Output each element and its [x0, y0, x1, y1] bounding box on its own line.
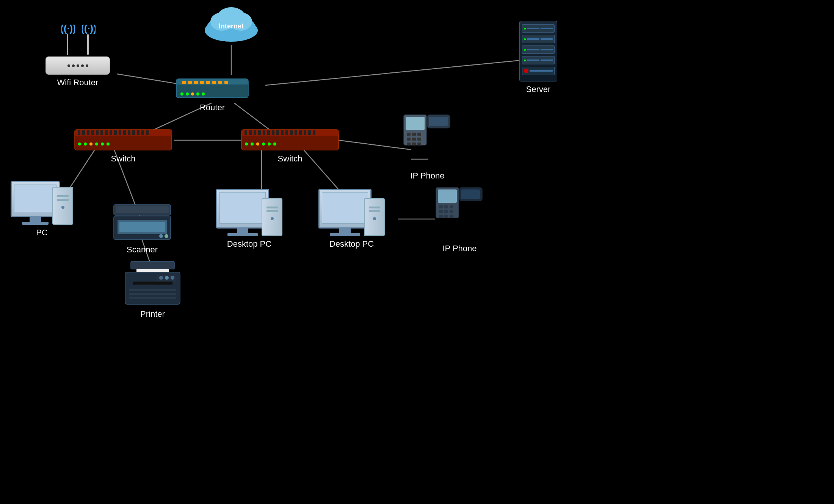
internet-cloud-icon: Internet — [201, 6, 262, 44]
svg-rect-71 — [272, 130, 274, 135]
wifi-router-node: ((·)) ((·)) Wifi Router — [45, 34, 110, 88]
router-node: Router — [174, 75, 250, 113]
svg-rect-93 — [412, 138, 416, 141]
server-bar-5 — [527, 49, 539, 50]
switch1-icon — [74, 129, 172, 151]
svg-rect-69 — [263, 130, 265, 135]
svg-rect-41 — [78, 130, 80, 135]
svg-point-84 — [262, 142, 265, 146]
antenna-left: ((·)) — [67, 34, 68, 55]
svg-point-106 — [165, 234, 168, 238]
server-unit-3 — [522, 45, 555, 54]
svg-rect-119 — [461, 189, 480, 199]
desktop-pc1-slot-1 — [267, 207, 278, 208]
server-bar-2 — [541, 28, 553, 29]
pc-screen — [14, 185, 56, 212]
ip-phone2-label: IP Phone — [442, 244, 477, 254]
desktop-pc2-slot-1 — [369, 207, 380, 208]
server-bar-9 — [530, 70, 553, 72]
svg-rect-65 — [245, 130, 247, 135]
svg-rect-28 — [206, 81, 210, 84]
svg-point-81 — [245, 142, 248, 146]
internet-node: Internet — [201, 6, 262, 44]
pc-base — [22, 222, 49, 225]
svg-rect-26 — [194, 81, 198, 84]
server-bar-4 — [541, 38, 553, 40]
desktop-pc1-base — [227, 233, 258, 236]
svg-point-57 — [78, 142, 81, 146]
desktop-pc1-stand — [237, 229, 248, 233]
svg-rect-114 — [450, 210, 453, 213]
server-led-1 — [524, 28, 526, 30]
svg-rect-52 — [128, 130, 130, 135]
wifi-light-4 — [81, 64, 84, 67]
ip-phone1-label: IP Phone — [410, 171, 444, 181]
svg-rect-94 — [417, 138, 421, 141]
svg-point-35 — [196, 92, 199, 95]
pc-label: PC — [36, 228, 48, 238]
svg-rect-109 — [439, 205, 443, 208]
svg-rect-49 — [114, 130, 117, 135]
ip-phone1-icon — [400, 113, 455, 168]
svg-rect-92 — [407, 138, 411, 141]
wifi-lights — [67, 64, 88, 67]
svg-point-126 — [165, 276, 169, 280]
svg-point-82 — [251, 142, 254, 146]
svg-rect-50 — [119, 130, 121, 135]
svg-rect-46 — [100, 130, 103, 135]
server-unit-5 — [522, 67, 555, 75]
antenna-right: ((·)) — [87, 34, 89, 55]
svg-rect-78 — [304, 130, 306, 135]
svg-rect-76 — [295, 130, 297, 135]
svg-rect-108 — [438, 189, 457, 203]
desktop-pc2-base — [330, 233, 360, 236]
desktop-pc1-icon — [216, 189, 282, 236]
desktop-pc2-slot-2 — [369, 210, 380, 212]
svg-rect-96 — [412, 142, 416, 146]
svg-point-62 — [107, 142, 110, 146]
desktop-pc2-monitor-group — [318, 189, 372, 236]
svg-rect-56 — [146, 130, 149, 135]
svg-rect-74 — [285, 130, 288, 135]
svg-rect-104 — [119, 222, 165, 232]
svg-point-60 — [95, 142, 98, 146]
desktop-pc1-slot-2 — [267, 210, 278, 212]
svg-rect-101 — [116, 206, 169, 213]
desktop-pc2-stand — [339, 229, 351, 233]
svg-rect-88 — [406, 117, 425, 130]
svg-rect-90 — [412, 133, 416, 136]
desktop-pc1-node: Desktop PC — [216, 189, 282, 249]
svg-rect-72 — [276, 130, 279, 135]
tower-power-btn — [61, 206, 64, 209]
server-unit-1 — [522, 24, 555, 33]
svg-rect-123 — [133, 282, 172, 285]
pc-tower — [52, 187, 73, 225]
svg-rect-45 — [96, 130, 99, 135]
wifi-box — [45, 56, 110, 75]
server-bar-7 — [527, 59, 539, 61]
wifi-router-label: Wifi Router — [57, 78, 99, 88]
svg-rect-111 — [450, 205, 453, 208]
printer-icon — [123, 261, 182, 306]
svg-point-58 — [84, 142, 87, 146]
svg-rect-130 — [129, 297, 176, 299]
svg-rect-80 — [313, 130, 315, 135]
svg-rect-25 — [188, 81, 192, 84]
desktop-pc1-monitor — [216, 189, 269, 229]
svg-point-59 — [89, 142, 92, 146]
desktop-pc1-tower — [262, 198, 282, 236]
ip-phone2-icon — [432, 186, 487, 241]
svg-rect-67 — [254, 130, 256, 135]
svg-rect-42 — [82, 130, 85, 135]
svg-point-32 — [180, 92, 183, 95]
wifi-router-icon: ((·)) ((·)) — [45, 34, 110, 75]
desktop-pc2-tower — [364, 198, 385, 236]
svg-text:((·)): ((·)) — [82, 23, 96, 34]
svg-rect-68 — [258, 130, 261, 135]
svg-point-105 — [159, 234, 163, 238]
server-led-3 — [524, 49, 526, 51]
svg-rect-73 — [281, 130, 284, 135]
svg-point-83 — [256, 142, 259, 146]
svg-rect-70 — [267, 130, 270, 135]
scanner-label: Scanner — [127, 245, 158, 255]
